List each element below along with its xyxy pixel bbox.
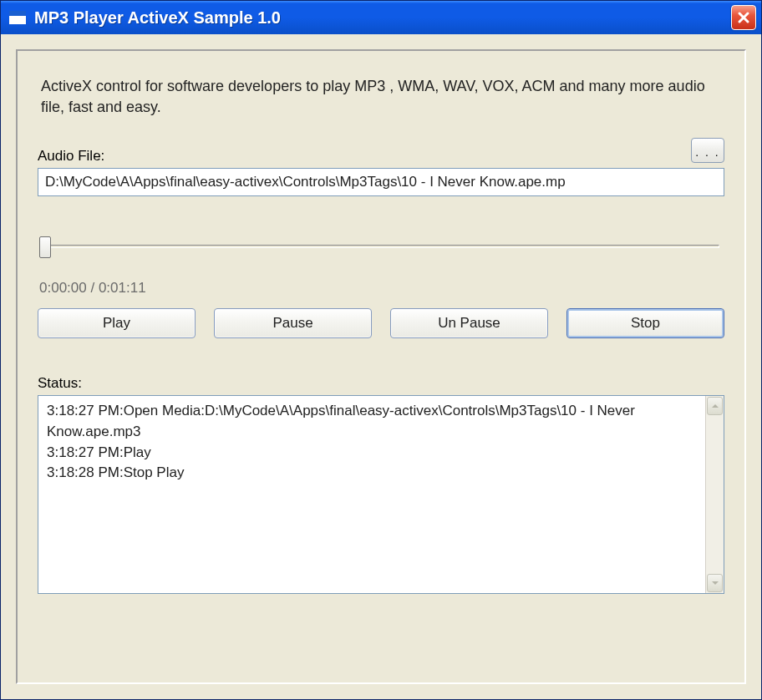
- client-area: ActiveX control for software developers …: [1, 34, 761, 699]
- status-log[interactable]: 3:18:27 PM:Open Media:D:\MyCode\A\Apps\f…: [38, 396, 705, 593]
- ellipsis-icon: . . .: [695, 145, 719, 159]
- unpause-button[interactable]: Un Pause: [390, 308, 548, 338]
- seek-slider[interactable]: [38, 235, 724, 260]
- close-button[interactable]: [731, 5, 756, 30]
- playback-buttons: Play Pause Un Pause Stop: [38, 308, 724, 338]
- description-text: ActiveX control for software developers …: [41, 76, 721, 118]
- titlebar[interactable]: MP3 Player ActiveX Sample 1.0: [1, 1, 761, 34]
- scroll-down-button[interactable]: [707, 574, 723, 592]
- slider-track: [43, 245, 719, 248]
- play-button[interactable]: Play: [38, 308, 196, 338]
- status-scrollbar[interactable]: [705, 396, 724, 593]
- file-row: Audio File: . . .: [38, 148, 724, 196]
- pause-button[interactable]: Pause: [214, 308, 372, 338]
- close-icon: [737, 11, 750, 24]
- main-panel: ActiveX control for software developers …: [16, 49, 746, 684]
- chevron-up-icon: [711, 402, 719, 410]
- stop-button[interactable]: Stop: [566, 308, 724, 338]
- window-title: MP3 Player ActiveX Sample 1.0: [34, 8, 731, 28]
- slider-thumb[interactable]: [39, 236, 51, 258]
- status-box: 3:18:27 PM:Open Media:D:\MyCode\A\Apps\f…: [38, 395, 724, 594]
- time-display: 0:00:00 / 0:01:11: [39, 280, 724, 297]
- chevron-down-icon: [711, 579, 719, 587]
- audio-file-label: Audio File:: [38, 148, 724, 165]
- audio-file-input[interactable]: [38, 168, 724, 196]
- browse-button[interactable]: . . .: [691, 138, 724, 163]
- scroll-up-button[interactable]: [707, 397, 723, 415]
- app-window: MP3 Player ActiveX Sample 1.0 ActiveX co…: [0, 0, 762, 700]
- app-icon: [9, 11, 26, 24]
- status-label: Status:: [38, 375, 724, 392]
- scroll-track[interactable]: [706, 416, 724, 573]
